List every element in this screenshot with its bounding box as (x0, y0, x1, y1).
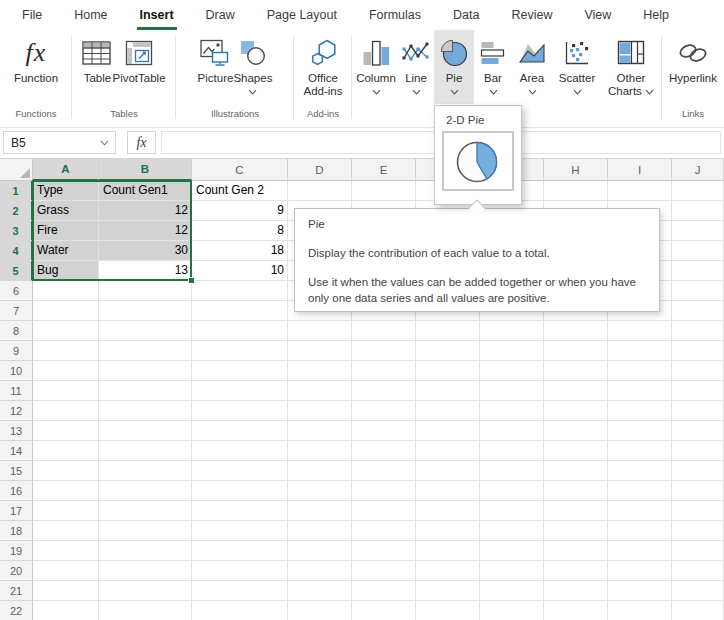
cell-D21[interactable] (288, 581, 352, 601)
insert-function-button[interactable]: fx (127, 131, 156, 154)
table-button[interactable]: Table (82, 30, 112, 104)
cell-G21[interactable] (480, 581, 544, 601)
cell-E21[interactable] (352, 581, 416, 601)
cell-F10[interactable] (416, 361, 480, 381)
cell-J19[interactable] (672, 541, 724, 561)
cell-G16[interactable] (480, 481, 544, 501)
cell-I21[interactable] (608, 581, 672, 601)
cell-H16[interactable] (544, 481, 608, 501)
scatter-chart-button[interactable]: Scatter (552, 30, 602, 104)
cell-D13[interactable] (288, 421, 352, 441)
cell-F9[interactable] (416, 341, 480, 361)
cell-J17[interactable] (672, 501, 724, 521)
row-header-10[interactable]: 10 (0, 361, 33, 381)
cell-B7[interactable] (99, 301, 192, 321)
cell-H21[interactable] (544, 581, 608, 601)
cell-G11[interactable] (480, 381, 544, 401)
column-chart-button[interactable]: Column (354, 30, 398, 104)
cell-I18[interactable] (608, 521, 672, 541)
cell-E10[interactable] (352, 361, 416, 381)
cell-H20[interactable] (544, 561, 608, 581)
cell-F14[interactable] (416, 441, 480, 461)
cell-B18[interactable] (99, 521, 192, 541)
cell-F13[interactable] (416, 421, 480, 441)
cell-F20[interactable] (416, 561, 480, 581)
cell-D11[interactable] (288, 381, 352, 401)
row-header-15[interactable]: 15 (0, 461, 33, 481)
select-all-corner[interactable] (0, 159, 33, 181)
cell-H10[interactable] (544, 361, 608, 381)
cell-G18[interactable] (480, 521, 544, 541)
cell-F17[interactable] (416, 501, 480, 521)
cell-C12[interactable] (192, 401, 288, 421)
pie-2d-gallery-item[interactable] (442, 131, 514, 191)
row-header-1[interactable]: 1 (0, 181, 33, 201)
cell-G20[interactable] (480, 561, 544, 581)
cell-C14[interactable] (192, 441, 288, 461)
cell-J1[interactable] (672, 181, 724, 201)
cell-F22[interactable] (416, 601, 480, 620)
cell-A22[interactable] (33, 601, 99, 620)
cell-F8[interactable] (416, 321, 480, 341)
cell-I12[interactable] (608, 401, 672, 421)
cell-J8[interactable] (672, 321, 724, 341)
cell-J16[interactable] (672, 481, 724, 501)
tab-review[interactable]: Review (495, 0, 568, 30)
cell-H19[interactable] (544, 541, 608, 561)
cell-E18[interactable] (352, 521, 416, 541)
cell-F21[interactable] (416, 581, 480, 601)
cell-C8[interactable] (192, 321, 288, 341)
cell-D16[interactable] (288, 481, 352, 501)
cell-C6[interactable] (192, 281, 288, 301)
column-header-D[interactable]: D (288, 159, 352, 181)
cell-C21[interactable] (192, 581, 288, 601)
cell-A6[interactable] (33, 281, 99, 301)
column-header-H[interactable]: H (544, 159, 608, 181)
cell-B19[interactable] (99, 541, 192, 561)
area-chart-button[interactable]: Area (512, 30, 552, 104)
cell-I1[interactable] (608, 181, 672, 201)
cell-J6[interactable] (672, 281, 724, 301)
row-header-12[interactable]: 12 (0, 401, 33, 421)
tab-view[interactable]: View (568, 0, 627, 30)
function-button[interactable]: fx Function (14, 30, 58, 104)
fill-handle[interactable] (188, 277, 195, 284)
cell-E19[interactable] (352, 541, 416, 561)
column-header-I[interactable]: I (608, 159, 672, 181)
cell-E1[interactable] (352, 181, 416, 201)
cell-A15[interactable] (33, 461, 99, 481)
cell-F12[interactable] (416, 401, 480, 421)
cell-C5[interactable]: 10 (192, 261, 288, 281)
cell-G13[interactable] (480, 421, 544, 441)
cell-J15[interactable] (672, 461, 724, 481)
cell-A8[interactable] (33, 321, 99, 341)
cell-G17[interactable] (480, 501, 544, 521)
cell-J7[interactable] (672, 301, 724, 321)
cell-J3[interactable] (672, 221, 724, 241)
cell-G22[interactable] (480, 601, 544, 620)
cell-B6[interactable] (99, 281, 192, 301)
cell-I8[interactable] (608, 321, 672, 341)
cell-C19[interactable] (192, 541, 288, 561)
cell-J11[interactable] (672, 381, 724, 401)
cell-E17[interactable] (352, 501, 416, 521)
cell-J14[interactable] (672, 441, 724, 461)
tab-data[interactable]: Data (437, 0, 495, 30)
row-header-2[interactable]: 2 (0, 201, 33, 221)
cell-I9[interactable] (608, 341, 672, 361)
cell-F11[interactable] (416, 381, 480, 401)
cell-I16[interactable] (608, 481, 672, 501)
cell-G9[interactable] (480, 341, 544, 361)
cell-D14[interactable] (288, 441, 352, 461)
cell-C18[interactable] (192, 521, 288, 541)
cell-J9[interactable] (672, 341, 724, 361)
cell-I14[interactable] (608, 441, 672, 461)
cell-A3[interactable]: Fire (33, 221, 99, 241)
cell-J18[interactable] (672, 521, 724, 541)
cell-D20[interactable] (288, 561, 352, 581)
row-header-3[interactable]: 3 (0, 221, 33, 241)
cell-F19[interactable] (416, 541, 480, 561)
cell-B22[interactable] (99, 601, 192, 620)
cell-D15[interactable] (288, 461, 352, 481)
cell-C2[interactable]: 9 (192, 201, 288, 221)
